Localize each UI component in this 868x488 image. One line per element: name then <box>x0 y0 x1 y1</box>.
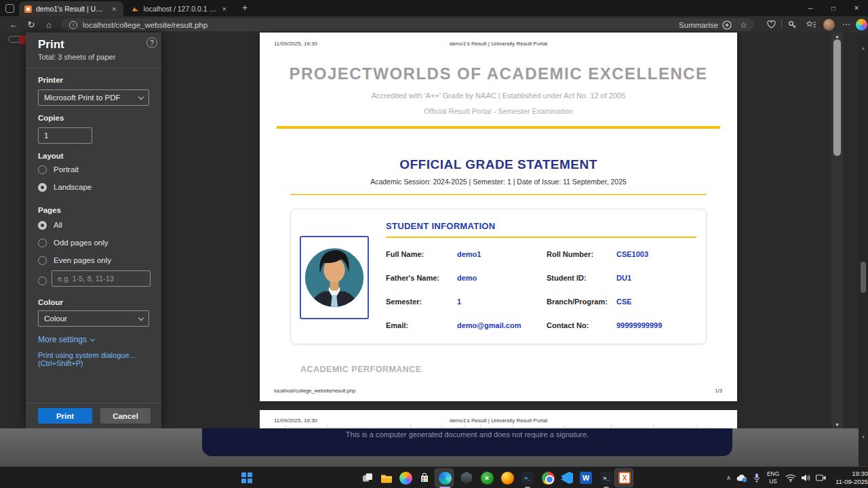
colour-label: Colour <box>38 298 63 306</box>
tab-close-icon[interactable]: × <box>221 5 228 13</box>
field-label: Contact No: <box>547 321 616 329</box>
hidden-icons-chevron[interactable]: ∧ <box>723 474 734 481</box>
address-bar[interactable]: i localhost/college_website/result.php S… <box>61 18 754 31</box>
favorites-bar-icon[interactable] <box>804 18 818 31</box>
start-button[interactable] <box>239 470 255 486</box>
minimize-button[interactable]: ─ <box>799 0 822 16</box>
preview-scrollbar-thumb[interactable] <box>833 39 841 156</box>
window-controls: ─ □ × <box>799 0 868 16</box>
portrait-option[interactable]: Portrait <box>38 164 79 175</box>
radio-checked-icon[interactable] <box>38 183 47 192</box>
cancel-button[interactable]: Cancel <box>100 408 151 424</box>
even-pages-option[interactable]: Even pages only <box>38 255 111 266</box>
home-icon[interactable]: ⌂ <box>42 18 56 31</box>
close-window-button[interactable]: × <box>845 0 868 16</box>
browser-essentials-icon[interactable] <box>764 18 778 31</box>
xampp-icon[interactable]: X <box>616 470 633 486</box>
summarise-icon[interactable] <box>722 20 732 30</box>
onedrive-icon[interactable]: i <box>734 474 750 483</box>
tab-actions-icon[interactable] <box>5 4 14 13</box>
browser-window: demo1's Result | University Result × loc… <box>0 0 868 488</box>
field-value: DU1 <box>616 274 698 282</box>
system-dialog-link[interactable]: Print using system dialogue... (Ctrl+Shi… <box>38 351 161 367</box>
scroll-up-icon[interactable]: ▲ <box>831 34 843 39</box>
radio-checked-icon[interactable] <box>38 221 47 230</box>
radio-icon[interactable] <box>38 165 47 174</box>
refresh-icon[interactable]: ↻ <box>24 18 38 31</box>
new-tab-button[interactable]: + <box>239 2 251 14</box>
tab-result[interactable]: demo1's Result | University Result × <box>19 1 123 16</box>
copies-input[interactable] <box>38 127 92 144</box>
settings-menu-icon[interactable]: ⋯ <box>840 18 853 31</box>
field-label: Student ID: <box>547 274 616 282</box>
pages-label: Pages <box>38 206 61 214</box>
window-scrollbar[interactable]: ▲ ▼ <box>859 38 868 466</box>
tab-close-icon[interactable]: × <box>111 5 117 13</box>
copies-label: Copies <box>38 114 64 122</box>
terminal-icon[interactable]: >_ <box>519 470 536 486</box>
hexagon-app-icon[interactable] <box>458 470 475 486</box>
maximize-button[interactable]: □ <box>822 0 845 16</box>
printer-select[interactable]: Microsoft Print to PDF <box>38 89 149 106</box>
radio-icon[interactable] <box>38 277 47 285</box>
more-settings-link[interactable]: More settings <box>38 335 94 344</box>
chevron-down-icon <box>138 94 144 99</box>
section-heading: ACADEMIC PERFORMANCE <box>300 365 422 374</box>
url-text: localhost/college_website/result.php <box>83 21 208 29</box>
student-avatar-illustration <box>303 239 366 316</box>
field-value: 99999999999 <box>616 321 698 329</box>
scroll-down-icon[interactable]: ▼ <box>859 435 868 439</box>
summarise-button[interactable]: Summarise <box>679 21 718 29</box>
custom-pages-input[interactable] <box>52 270 151 287</box>
scroll-down-icon[interactable]: ▼ <box>831 422 843 427</box>
wifi-icon[interactable] <box>783 474 798 482</box>
field-label: Roll Number: <box>547 250 616 258</box>
table-grid-tick <box>480 425 481 428</box>
preview-page-1: 11/09/2025, 19:30 demo1's Result | Unive… <box>260 33 737 401</box>
preview-scrollbar[interactable]: ▲ ▼ <box>831 33 843 428</box>
vscode-icon[interactable] <box>559 470 575 486</box>
word-icon[interactable]: W <box>578 470 594 486</box>
table-grid-tick <box>465 425 465 428</box>
back-icon[interactable]: ← <box>7 18 20 31</box>
field-value: demo <box>457 274 547 282</box>
divider <box>26 403 161 403</box>
colour-select[interactable]: Colour <box>38 310 149 327</box>
chevron-down-icon <box>90 336 95 341</box>
passwords-key-icon[interactable] <box>785 18 799 31</box>
microphone-icon[interactable] <box>749 473 764 483</box>
tab-strip: demo1's Result | University Result × loc… <box>0 0 868 16</box>
powershell-icon[interactable]: >_ <box>598 470 614 486</box>
tab-phpmyadmin[interactable]: localhost / 127.0.0.1 / college_db × <box>126 1 233 16</box>
edge-taskbar-icon[interactable] <box>437 470 453 486</box>
help-icon[interactable]: ? <box>146 37 157 48</box>
favorite-star-icon[interactable]: ☆ <box>740 20 747 30</box>
xbox-icon[interactable]: × <box>479 470 495 486</box>
window-scrollbar-thumb[interactable] <box>861 262 866 293</box>
footer-page-number: 1/3 <box>715 388 722 394</box>
site-info-icon[interactable]: i <box>69 21 77 29</box>
clock[interactable]: 19:30 11-09-2025 <box>829 470 868 487</box>
task-view-icon[interactable] <box>359 470 376 486</box>
language-indicator[interactable]: ENG US <box>764 470 783 485</box>
store-icon[interactable] <box>416 470 433 486</box>
camera-icon[interactable] <box>813 474 829 481</box>
radio-icon[interactable] <box>38 239 47 247</box>
firefox-icon[interactable] <box>499 470 515 486</box>
odd-pages-option[interactable]: Odd pages only <box>38 237 108 248</box>
volume-icon[interactable] <box>798 474 814 482</box>
table-grid-tick <box>410 425 411 428</box>
file-explorer-icon[interactable] <box>378 470 395 486</box>
profile-avatar[interactable] <box>822 18 835 31</box>
chrome-icon[interactable] <box>540 470 556 486</box>
radio-icon[interactable] <box>38 256 47 265</box>
copilot-icon[interactable] <box>854 18 868 31</box>
copilot-taskbar-icon[interactable] <box>397 470 414 486</box>
landscape-option[interactable]: Landscape <box>38 182 92 192</box>
scroll-up-icon[interactable]: ▲ <box>859 46 868 50</box>
dimmed-page-background: This is a computer generated document an… <box>0 428 868 466</box>
all-pages-option[interactable]: All <box>38 220 62 230</box>
custom-pages-option[interactable] <box>38 275 47 286</box>
print-button[interactable]: Print <box>38 408 92 424</box>
layout-label: Layout <box>38 152 64 160</box>
